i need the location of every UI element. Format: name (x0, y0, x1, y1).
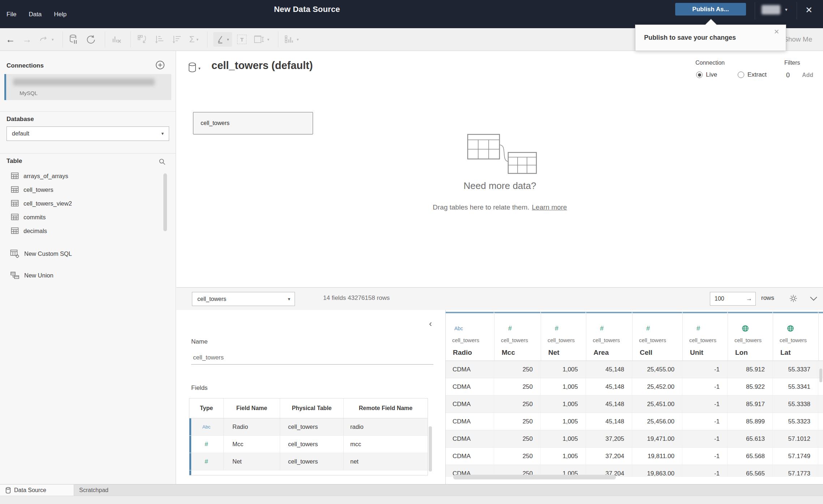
grid-column-header-Unit[interactable]: #cell_towersUnit (682, 312, 727, 361)
tooltip-close-icon[interactable]: ✕ (774, 28, 779, 36)
fit-selector: ▾ (254, 35, 269, 44)
tooltip-text: Publish to save your changes (644, 34, 736, 42)
metadata-collapse-icon[interactable]: ‹ (429, 319, 432, 329)
undo-icon[interactable]: ← (6, 34, 15, 45)
preview-settings-gear-icon[interactable] (789, 294, 798, 305)
grid-column-type: # (586, 324, 604, 333)
forward-icon: → (22, 34, 32, 45)
grid-vertical-scrollbar[interactable] (819, 369, 822, 382)
publish-as-button[interactable]: Publish As... (675, 3, 746, 16)
show-me-icon: ▾ (284, 34, 299, 44)
table-list-item-label: arrays_of_arrays (23, 173, 68, 180)
totals-caret-icon: ▾ (196, 37, 198, 42)
grid-column-table-label: cell_towers (452, 337, 479, 343)
grid-column-header-Net[interactable]: #cell_towersNet (541, 312, 586, 361)
table-search-icon[interactable] (158, 158, 166, 167)
table-list-item-cell_towers_view2[interactable]: cell_towers_view2 (0, 197, 161, 210)
new-custom-sql-label: New Custom SQL (24, 250, 72, 257)
user-avatar[interactable] (762, 5, 780, 14)
grid-cell: 25,451.00 (632, 396, 682, 413)
grid-cell: 25,452.00 (632, 378, 682, 395)
grid-column-header-Radio[interactable]: Abccell_towersRadio (446, 312, 494, 361)
filters-add-button[interactable]: Add (802, 72, 813, 78)
grid-row[interactable]: CDMA2501,00545,14825,452.00-185.92255.33… (446, 378, 823, 396)
table-node-cell-towers[interactable]: cell_towers (193, 112, 313, 134)
highlight-tool[interactable]: ▾ (213, 32, 232, 47)
grid-row[interactable]: CDMA2501,00537,20519,471.00-165.61357.10… (446, 430, 823, 448)
fields-table-scrollbar[interactable] (429, 426, 432, 471)
window-close-icon[interactable]: ✕ (805, 6, 813, 14)
sheet-tab-bar: Data Source Scratchpad (0, 484, 823, 496)
field-row-Mcc[interactable]: #Mcccell_towersmcc (189, 436, 428, 453)
grid-row[interactable]: CDMA2501,00545,14825,451.00-185.91755.33… (446, 396, 823, 413)
new-union-button[interactable]: New Union (0, 269, 152, 282)
preview-collapse-chevron-icon[interactable] (810, 296, 818, 303)
physical-table-cell: cell_towers (280, 453, 344, 470)
learn-more-link[interactable]: Learn more (532, 203, 567, 211)
datasource-title[interactable]: cell_towers (default) (211, 60, 313, 72)
grid-row[interactable]: CDMA2501,00545,14825,455.00-185.91255.33… (446, 361, 823, 378)
grid-row[interactable]: CDMA2501,00545,14825,456.00-185.89955.33… (446, 413, 823, 430)
fields-label: Fields (191, 384, 207, 392)
preview-toolbar: cell_towers ▾ 14 fields 43276158 rows 10… (176, 287, 823, 310)
grid-column-header-Area[interactable]: #cell_towersArea (586, 312, 632, 361)
grid-cell: -1 (682, 430, 728, 447)
grid-column-header-Lat[interactable]: cell_towersLat (773, 312, 818, 361)
connection-item[interactable]: MySQL (4, 74, 171, 100)
grid-cell: 65.568 (728, 448, 773, 465)
sort-descending-icon (172, 34, 182, 44)
preview-table-select[interactable]: cell_towers ▾ (192, 292, 295, 306)
grid-column-type: # (541, 324, 558, 333)
field-row-Radio[interactable]: AbcRadiocell_towersradio (189, 418, 428, 436)
row-limit-go-icon[interactable]: → (746, 292, 752, 305)
grid-horizontal-scrollbar[interactable] (453, 475, 616, 479)
tab-data-source[interactable]: Data Source (0, 484, 74, 496)
tab-scratchpad[interactable]: Scratchpad (74, 484, 188, 496)
live-radio[interactable]: Live (696, 71, 717, 78)
field-name-cell: Mcc (224, 436, 280, 453)
table-list-item-arrays_of_arrays[interactable]: arrays_of_arrays (0, 169, 161, 183)
name-label: Name (191, 338, 207, 345)
table-list-scrollbar[interactable] (163, 173, 167, 231)
refresh-icon[interactable] (85, 34, 96, 45)
menu-help[interactable]: Help (54, 11, 67, 18)
new-custom-sql-button[interactable]: New Custom SQL (0, 247, 152, 260)
field-row-accent-bar (189, 436, 191, 453)
fields-rows-summary: 14 fields 43276158 rows (323, 294, 390, 302)
grid-cell: 45,148 (586, 396, 632, 413)
database-select-caret-icon: ▾ (161, 127, 164, 141)
menu-data[interactable]: Data (29, 11, 42, 18)
grid-cell: 250 (494, 448, 541, 465)
field-row-Net[interactable]: #Netcell_towersnet (189, 453, 428, 470)
table-icon (11, 214, 19, 221)
extract-radio[interactable]: Extract (738, 71, 767, 78)
connection-accent-bar (4, 74, 6, 100)
highlight-caret-icon: ▾ (227, 37, 229, 42)
grid-column-header-Cell[interactable]: #cell_towersCell (632, 312, 682, 361)
number-type-icon: # (696, 325, 700, 332)
datasource-cylinder-icon[interactable] (188, 62, 197, 74)
grid-row[interactable]: CDMA2501,00537,20419,811.00-165.56857.17… (446, 448, 823, 465)
grid-cell: -1 (682, 396, 728, 413)
grid-cell: CDMA (446, 378, 494, 395)
avatar-caret-icon[interactable]: ▾ (785, 7, 788, 12)
filters-count: 0 (786, 72, 790, 79)
menu-file[interactable]: File (7, 11, 16, 18)
extract-radio-icon[interactable] (738, 72, 744, 78)
geo-type-icon (742, 325, 749, 332)
row-limit-input[interactable]: 100 → (710, 292, 756, 306)
database-select[interactable]: default ▾ (7, 126, 169, 141)
datasource-caret-icon[interactable]: ▾ (198, 66, 201, 71)
name-value[interactable]: cell_towers (193, 354, 224, 361)
table-list-item-cell_towers[interactable]: cell_towers (0, 183, 161, 197)
show-me-label[interactable]: Show Me (784, 35, 812, 43)
add-connection-icon[interactable] (155, 60, 165, 71)
live-radio-icon[interactable] (696, 72, 703, 78)
pause-updates-icon[interactable] (69, 34, 78, 45)
grid-column-header-Mcc[interactable]: #cell_towersMcc (494, 312, 540, 361)
table-list-item-commits[interactable]: commits (0, 210, 161, 224)
table-icon (11, 200, 19, 207)
grid-column-header-Lon[interactable]: cell_towersLon (728, 312, 772, 361)
table-list-item-decimals[interactable]: decimals (0, 224, 161, 238)
need-more-data-icon (465, 133, 537, 177)
